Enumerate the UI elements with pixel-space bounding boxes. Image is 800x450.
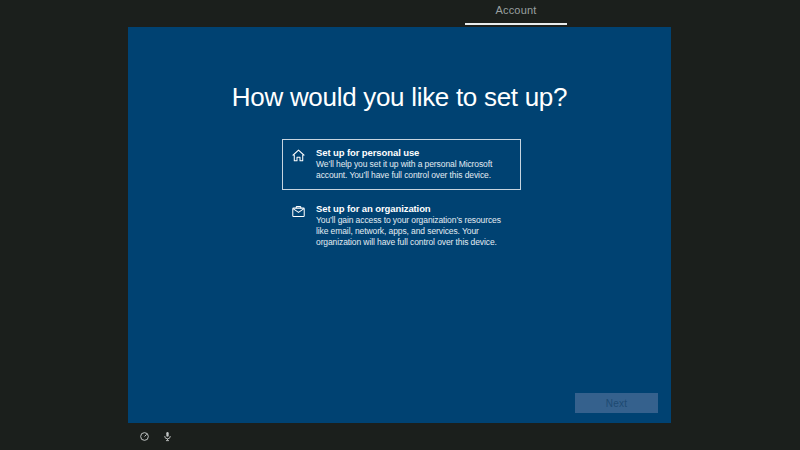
- setup-panel: How would you like to set up? Set up for…: [128, 27, 671, 423]
- option-organization-text: Set up for an organization You’ll gain a…: [316, 203, 512, 248]
- tab-account: Account: [465, 0, 567, 25]
- briefcase-icon: [291, 204, 306, 219]
- option-personal-use-title: Set up for personal use: [316, 147, 512, 159]
- tab-account-label: Account: [465, 0, 567, 21]
- option-personal-use-text: Set up for personal use We’ll help you s…: [316, 147, 512, 181]
- oobe-screen: Account How would you like to set up? Se…: [0, 0, 800, 450]
- home-icon: [291, 148, 306, 163]
- ease-of-access-button[interactable]: [136, 428, 152, 444]
- page-title: How would you like to set up?: [128, 82, 671, 113]
- tab-account-underline: [465, 23, 567, 25]
- setup-options: Set up for personal use We’ll help you s…: [282, 139, 521, 257]
- option-personal-use[interactable]: Set up for personal use We’ll help you s…: [282, 139, 521, 190]
- footer-utility-bar: [136, 428, 175, 444]
- microphone-icon: [162, 431, 173, 442]
- next-button[interactable]: Next: [575, 393, 658, 413]
- option-organization-title: Set up for an organization: [316, 203, 512, 215]
- option-organization[interactable]: Set up for an organization You’ll gain a…: [282, 195, 521, 257]
- ease-of-access-icon: [139, 431, 150, 442]
- microphone-button[interactable]: [159, 428, 175, 444]
- option-personal-use-description: We’ll help you set it up with a personal…: [316, 159, 512, 181]
- option-organization-description: You’ll gain access to your organization’…: [316, 215, 512, 248]
